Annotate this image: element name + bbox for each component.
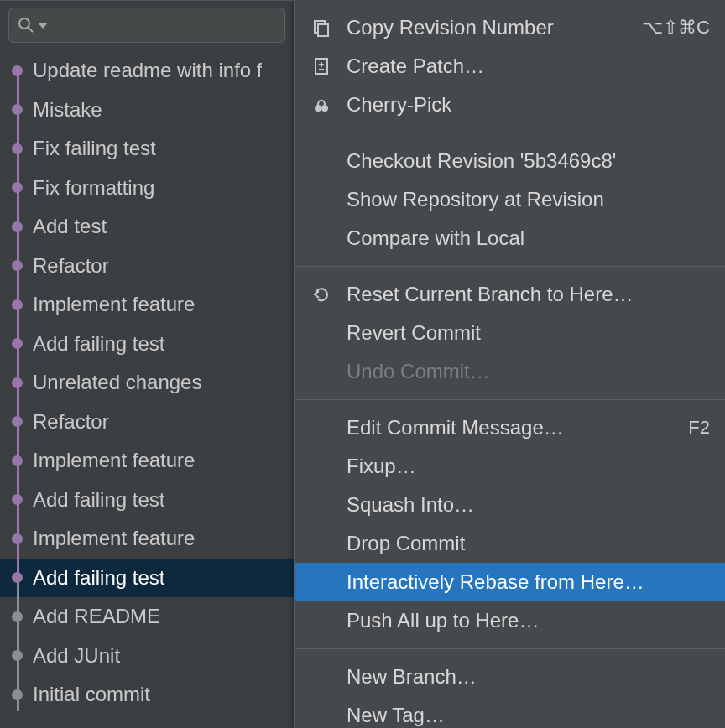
menu-item-label: Push All up to Here… — [347, 609, 710, 632]
commit-row[interactable]: Add JUnit — [0, 637, 294, 676]
commit-node-icon — [12, 416, 23, 427]
svg-point-9 — [321, 105, 328, 112]
commit-message: Fix formatting — [33, 176, 154, 200]
commit-node-icon — [12, 533, 23, 544]
commit-node-icon — [12, 182, 23, 193]
commit-message: Initial commit — [33, 683, 150, 706]
commit-node-icon — [12, 143, 23, 154]
menu-item-label: Interactively Rebase from Here… — [347, 570, 710, 594]
commit-row[interactable]: Mistake — [0, 91, 294, 130]
svg-rect-3 — [318, 24, 328, 36]
commit-message: Unrelated changes — [33, 371, 201, 394]
menu-separator — [295, 266, 725, 267]
menu-item[interactable]: Push All up to Here… — [295, 601, 725, 640]
commit-row[interactable]: Unrelated changes — [0, 363, 294, 403]
commit-message: Implement feature — [33, 527, 195, 550]
commit-node-icon — [12, 260, 23, 271]
commit-message: Implement feature — [33, 293, 195, 316]
menu-item-label: Show Repository at Revision — [347, 188, 710, 211]
commit-row[interactable]: Add failing test — [0, 481, 294, 520]
menu-item[interactable]: Copy Revision Number⌥⇧⌘C — [295, 8, 725, 47]
svg-point-8 — [315, 105, 321, 112]
commit-node-icon — [12, 338, 23, 349]
search-dropdown-icon[interactable] — [38, 23, 48, 29]
commit-node-icon — [12, 104, 23, 115]
menu-item[interactable]: Cherry-Pick — [295, 86, 725, 124]
commit-node-icon — [12, 611, 23, 622]
commit-node-icon — [12, 299, 23, 310]
commit-row[interactable]: Add failing test — [0, 325, 294, 364]
menu-item-label: Create Patch… — [347, 55, 710, 78]
menu-separator — [295, 399, 725, 400]
commit-message: Update readme with info f — [33, 59, 262, 82]
menu-item-label: Copy Revision Number — [347, 16, 629, 39]
commit-message: Add README — [33, 605, 160, 628]
menu-item-label: Revert Commit — [347, 321, 710, 345]
menu-item[interactable]: New Branch… — [295, 658, 725, 696]
copy-icon — [310, 18, 333, 37]
svg-point-0 — [19, 18, 29, 29]
commit-message: Add test — [33, 215, 107, 238]
commit-message: Add JUnit — [33, 644, 120, 668]
commit-message: Refactor — [33, 410, 109, 434]
menu-item: Undo Commit… — [295, 352, 725, 391]
menu-item[interactable]: Squash Into… — [295, 486, 725, 524]
commit-node-icon — [12, 572, 23, 583]
menu-item-label: New Branch… — [347, 665, 710, 689]
menu-item-label: Compare with Local — [347, 226, 710, 250]
menu-item-label: Drop Commit — [347, 532, 710, 555]
commit-message: Refactor — [33, 254, 109, 278]
commit-row[interactable]: Implement feature — [0, 285, 294, 325]
commit-message: Implement feature — [33, 449, 195, 472]
menu-item[interactable]: Reset Current Branch to Here… — [295, 275, 725, 314]
commit-row[interactable]: Update readme with info f — [0, 51, 294, 91]
commit-node-icon — [12, 65, 23, 76]
menu-item[interactable]: Edit Commit Message…F2 — [295, 408, 725, 447]
commit-row[interactable]: Fix formatting — [0, 169, 294, 208]
menu-item[interactable]: Create Patch… — [295, 47, 725, 86]
menu-shortcut: ⌥⇧⌘C — [642, 17, 710, 39]
commit-message: Add failing test — [33, 566, 164, 590]
commit-row[interactable]: Refactor — [0, 247, 294, 286]
commit-node-icon — [12, 689, 23, 700]
menu-item-label: Fixup… — [347, 455, 710, 478]
cherry-pick-icon — [310, 96, 333, 114]
menu-item-label: New Tag… — [347, 704, 710, 727]
commit-node-icon — [12, 377, 23, 388]
search-input[interactable] — [51, 14, 282, 36]
commit-row[interactable]: Initial commit — [0, 675, 294, 715]
menu-separator — [295, 648, 725, 649]
commit-row[interactable]: Implement feature — [0, 519, 294, 559]
menu-item[interactable]: New Tag… — [295, 696, 725, 728]
commit-row[interactable]: Add failing test — [0, 559, 294, 598]
menu-item-label: Reset Current Branch to Here… — [347, 283, 710, 306]
context-menu: Copy Revision Number⌥⇧⌘CCreate Patch…Che… — [294, 0, 725, 728]
commit-message: Fix failing test — [33, 137, 156, 160]
commit-row[interactable]: Fix failing test — [0, 129, 294, 169]
menu-item[interactable]: Fixup… — [295, 447, 725, 486]
commit-row[interactable]: Refactor — [0, 403, 294, 442]
commit-row[interactable]: Add test — [0, 207, 294, 247]
menu-item[interactable]: Show Repository at Revision — [295, 180, 725, 219]
menu-item[interactable]: Compare with Local — [295, 219, 725, 257]
git-log-panel: Update readme with info fMistakeFix fail… — [0, 0, 294, 728]
commit-node-icon — [12, 494, 23, 505]
menu-item-label: Edit Commit Message… — [347, 416, 675, 439]
menu-item[interactable]: Drop Commit — [295, 524, 725, 563]
menu-separator — [295, 133, 725, 133]
patch-icon — [310, 57, 333, 75]
commit-row[interactable]: Implement feature — [0, 441, 294, 481]
menu-item[interactable]: Revert Commit — [295, 314, 725, 352]
menu-item-label: Squash Into… — [347, 493, 710, 517]
commit-node-icon — [12, 221, 23, 232]
search-box[interactable] — [8, 8, 285, 43]
commit-node-icon — [12, 650, 23, 661]
menu-item-label: Checkout Revision '5b3469c8' — [347, 149, 710, 173]
menu-item[interactable]: Interactively Rebase from Here… — [295, 563, 725, 601]
menu-item-label: Cherry-Pick — [347, 93, 710, 117]
commit-row[interactable]: Add README — [0, 597, 294, 637]
menu-item-label: Undo Commit… — [347, 360, 710, 383]
menu-item[interactable]: Checkout Revision '5b3469c8' — [295, 142, 725, 180]
commit-message: Add failing test — [33, 332, 164, 356]
menu-shortcut: F2 — [688, 417, 710, 439]
